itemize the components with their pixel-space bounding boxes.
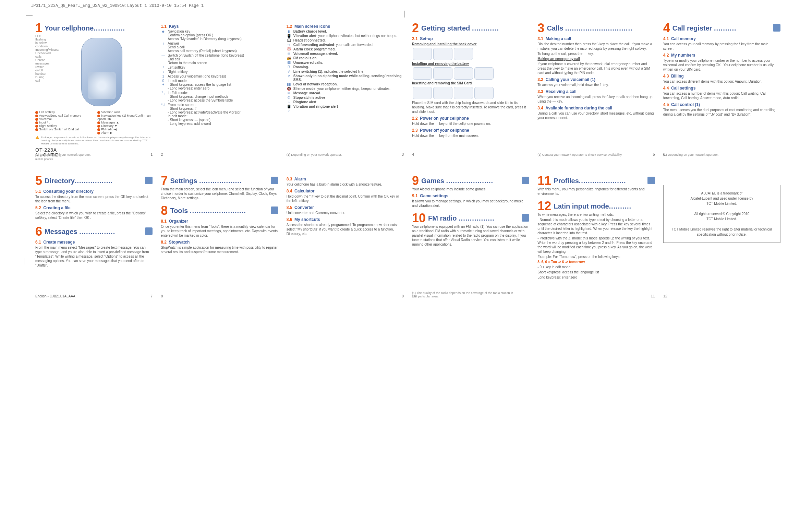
icon-row: ▮▮Level of network reception. [287, 82, 404, 86]
icon-desc: Voicemail message arrived. [293, 52, 404, 56]
body-text: During a call, you can use your director… [537, 111, 655, 120]
body-text: Short keypress: access the language list [537, 270, 655, 274]
body-text: Unit converter and Currency converter. [287, 211, 404, 215]
panel-4: 2 Getting started ............ 2.1 Set-u… [409, 21, 532, 162]
icon-desc: Ringtone alert [293, 100, 404, 104]
phone-legend-right: Vibration alert Navigation key (1) Menu/… [97, 110, 153, 134]
status-icon: ✉ [287, 52, 291, 56]
page-number: 9 [402, 294, 404, 298]
icon-row: 📳♪Vibration and ringtone alert [287, 105, 404, 112]
key-desc: In edit mode- Short keypress: access the… [168, 79, 278, 90]
body-text: To access the directory from the main sc… [35, 194, 153, 203]
icon-desc: Stopwatch is active [293, 96, 404, 99]
sub-heading: Making an emergency call [537, 57, 655, 61]
body-text: The menu serves you the dual purposes of… [663, 108, 780, 117]
phone-legend-left: Left softkey Answer/Send call Call memor… [35, 110, 90, 134]
icon-row: RRoaming. [287, 65, 404, 69]
key-desc: Switch on/Switch off the cellphone (long… [168, 54, 278, 65]
body-text: From the main screen, select the icon me… [161, 187, 278, 200]
crop-mark-icon [21, 257, 27, 264]
key-row: 0 +In edit mode- Short keypress: access … [161, 79, 278, 90]
section-number: 3 [537, 22, 544, 34]
key-desc: From main screen- Short keypress: #- Lon… [168, 103, 278, 126]
body-text: - Normal: this mode allows you to type a… [537, 217, 655, 235]
icon-desc: Alarm clock programmed. [293, 47, 404, 51]
key-icon: * , [161, 91, 166, 95]
key-row: /Left softkey [161, 66, 278, 69]
page-number: 1 [150, 152, 153, 156]
doc-header-strip: IP3171_223A_QG_Pearl_Eng_USA_02_100910:L… [31, 3, 204, 8]
crop-mark-icon [26, 15, 33, 22]
body-text: Hold down the — key until the cellphone … [412, 121, 529, 126]
body-text: It allows you to manage settings, in whi… [412, 199, 529, 208]
icon-row: 📻FM radio is on. [287, 56, 404, 60]
body-text: Hold down the — key from the main screen… [412, 133, 529, 138]
body-text: You can access a number of items with th… [663, 91, 780, 100]
key-row: 1Access your voicemail (long keypress) [161, 74, 278, 78]
section-title: Getting started ............ [421, 24, 499, 32]
section-title: Call register .......... [672, 24, 737, 32]
section-title: Profiles..................... [554, 177, 626, 185]
page-number: 3 [402, 152, 404, 156]
status-icon: ▮ [287, 30, 291, 33]
icon-row: 🔇Silence mode: your cellphone neither ri… [287, 87, 404, 91]
illustration-row [412, 47, 529, 61]
icon-desc: FM radio is on. [293, 56, 404, 60]
page-number: 2 [161, 152, 163, 156]
icon-row: ✉Voicemail message arrived. [287, 52, 404, 56]
key-icon: * # [161, 103, 166, 107]
body-text: Dial the desired number then press the \… [537, 42, 655, 51]
panel-1: 1 Your cellphone.............. LED flash… [33, 21, 155, 162]
status-icon: ✉ [287, 91, 291, 95]
section-icon [522, 177, 529, 184]
icon-desc: Silence mode: your cellphone neither rin… [293, 87, 404, 91]
section-number: 5 [35, 175, 42, 187]
section-number: 11 [537, 175, 551, 187]
panel-6: 4 Call register .......... 4.1 Call memo… [660, 21, 783, 162]
key-desc: In Edit mode:- Short keypress: change in… [168, 91, 278, 102]
illustration-row [412, 67, 529, 81]
section-number: 1 [35, 22, 42, 34]
key-row: ◆Navigation keyConfirm an option (press … [161, 30, 278, 41]
panel-8: 7 Settings ................... From the … [158, 173, 281, 304]
keys-list: ◆Navigation keyConfirm an option (press … [161, 30, 278, 126]
panel-9: 8.3 Alarm Your cellphone has a built-in … [284, 173, 407, 304]
key-desc: Right softkey [168, 70, 278, 74]
icon-desc: Roaming. [293, 65, 404, 69]
panel-5: 3 Calls .............................. 3… [535, 21, 657, 162]
icons-list: ▮Battery charge level.📳Vibration alert: … [287, 30, 404, 112]
icon-desc: Level of network reception. [293, 82, 404, 86]
step-heading: Removing and installing the back cover [412, 42, 529, 46]
key-desc: Navigation keyConfirm an option (press O… [168, 30, 278, 41]
panel-11: 11 Profiles..................... With th… [535, 173, 657, 304]
section-number: 12 [537, 200, 551, 212]
body-text: StopWatch is simple application for meas… [161, 245, 278, 254]
icon-desc: Line switching (1): indicates the select… [293, 70, 404, 73]
warning-icon [35, 136, 39, 139]
section-icon [522, 214, 529, 222]
status-icon: ♪ [287, 100, 291, 104]
footnote: (1) Depending on your network operator. [35, 153, 91, 156]
section-number: 6 [35, 225, 42, 238]
section-icon [773, 24, 780, 32]
body-text: If your cellphone is covered by the netw… [537, 62, 655, 75]
section-title: Latin input mode.......... [554, 202, 631, 210]
body-text: Your cellphone has a built-in alarm cloc… [287, 182, 404, 187]
page-number: 8 [161, 294, 163, 298]
icon-row: 🎧Headset connected. [287, 38, 404, 42]
body-text: 8, 6, 6 = Too -> 6 -> tomorrow [537, 260, 655, 264]
section-title: Tools ......................... [170, 207, 246, 215]
key-desc: Access your voicemail (long keypress) [168, 74, 278, 78]
panel-2: 1.1 Keys ◆Navigation keyConfirm an optio… [158, 21, 281, 162]
status-icon: ⏰ [287, 47, 291, 51]
key-row: —Switch on/Switch off the cellphone (lon… [161, 54, 278, 65]
body-text: From the main menu select "Messages" to … [35, 245, 153, 268]
key-row: * ,In Edit mode:- Short keypress: change… [161, 91, 278, 102]
icon-desc: Vibration alert: your cellphone vibrates… [293, 34, 404, 38]
body-text: Access the shortcuts already programmed.… [287, 223, 404, 236]
key-icon: \ [161, 42, 166, 45]
step-heading: Installing and removing the battery [412, 61, 529, 66]
key-icon: ◆ [161, 30, 166, 33]
icon-row: ⇄Line switching (1): indicates the selec… [287, 70, 404, 73]
footnote: (1) Depending on your network operator. [287, 153, 342, 156]
